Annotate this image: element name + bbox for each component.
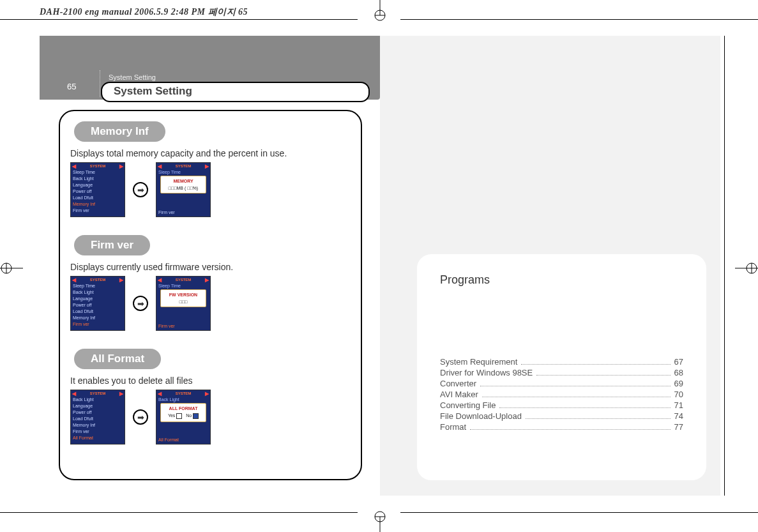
- section-memory-inf: Memory Inf Displays total memory capacit…: [70, 121, 351, 217]
- device-screen: ◀SYSTEM▶ Sleep Time FW VERSION □□□ Firm …: [156, 276, 211, 331]
- programs-card: Programs System Requirement67 Driver for…: [417, 254, 706, 480]
- device-screen: ◀SYSTEM▶ Back Light ALL FORMAT Yes No Al…: [156, 390, 211, 445]
- screen-title: SYSTEM: [176, 391, 192, 395]
- section-desc: Displays currently used firmware version…: [70, 262, 351, 272]
- doc-header-strip: DAH-2100 eng manual 2006.5.9 2:48 PM 페이지…: [40, 6, 248, 18]
- right-page: Programs System Requirement67 Driver for…: [380, 36, 720, 496]
- programs-title: Programs: [440, 273, 683, 287]
- popup: FW VERSION □□□: [160, 289, 206, 307]
- arrow-right-icon: ➡: [133, 409, 148, 425]
- section-pill: Memory Inf: [74, 121, 165, 142]
- toc-row: File Download-Upload74: [440, 411, 683, 421]
- left-page-header: 65 System Setting System Setting: [40, 36, 380, 100]
- section-desc: It enables you to delete all files: [70, 376, 351, 386]
- trim-line-v: [724, 36, 725, 496]
- section-pill: All Format: [74, 349, 161, 369]
- page-number: 65: [67, 82, 76, 91]
- toc: System Requirement67 Driver for Windows …: [440, 357, 683, 432]
- popup-title: ALL FORMAT: [161, 406, 206, 411]
- trim-line: [400, 512, 758, 513]
- regmark-right: [735, 259, 758, 278]
- section-firm-ver: Firm ver Displays currently used firmwar…: [70, 235, 351, 331]
- screen-title: SYSTEM: [90, 164, 106, 168]
- popup: ALL FORMAT Yes No: [160, 403, 206, 422]
- section-pill: Firm ver: [74, 235, 150, 255]
- left-page: 65 System Setting System Setting Memory …: [40, 36, 380, 496]
- arrow-right-icon: ➡: [133, 182, 148, 197]
- main-content-box: Memory Inf Displays total memory capacit…: [59, 110, 362, 480]
- toc-row: Converting File71: [440, 400, 683, 410]
- trim-line: [0, 512, 358, 513]
- popup-body: □□□MB ( □□%): [161, 186, 206, 190]
- popup-title: FW VERSION: [161, 293, 206, 297]
- regmark-left: [0, 259, 23, 278]
- toc-row: Converter69: [440, 379, 683, 388]
- toc-row: Format77: [440, 422, 683, 432]
- toc-row: Driver for Windows 98SE68: [440, 368, 683, 377]
- popup-title: MEMORY: [161, 179, 206, 183]
- page-title: System Setting: [101, 82, 370, 102]
- breadcrumb: System Setting: [109, 73, 156, 81]
- device-screen: ◀SYSTEM▶ Sleep Time MEMORY □□□MB ( □□%) …: [156, 162, 211, 217]
- device-screen: ◀SYSTEM▶ Back Light Language Power off L…: [70, 390, 125, 445]
- regmark-bottom: [364, 509, 396, 532]
- screen-title: SYSTEM: [90, 391, 106, 395]
- popup-body: □□□: [161, 300, 206, 304]
- section-all-format: All Format It enables you to delete all …: [70, 349, 351, 445]
- popup: MEMORY □□□MB ( □□%): [160, 176, 206, 194]
- trim-line: [0, 19, 358, 20]
- screen-title: SYSTEM: [90, 278, 106, 282]
- toc-row: AVI Maker70: [440, 390, 683, 399]
- popup-body: Yes No: [161, 413, 206, 419]
- screen-title: SYSTEM: [176, 278, 192, 282]
- section-desc: Displays total memory capacity and the p…: [70, 148, 351, 158]
- divider: [100, 70, 100, 97]
- regmark-top: [364, 0, 396, 23]
- device-screen: ◀SYSTEM▶ Sleep Time Back Light Language …: [70, 276, 125, 331]
- screen-title: SYSTEM: [176, 164, 192, 168]
- trim-line: [400, 19, 758, 20]
- toc-row: System Requirement67: [440, 357, 683, 367]
- arrow-right-icon: ➡: [133, 296, 148, 311]
- device-screen: ◀SYSTEM▶ Sleep Time Back Light Language …: [70, 162, 125, 217]
